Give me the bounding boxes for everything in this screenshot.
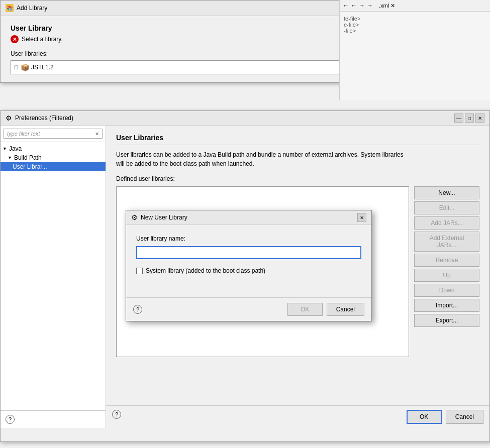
new-lib-help-icon[interactable]: ?: [133, 305, 142, 314]
prefs-footer-help-icon[interactable]: ?: [112, 410, 121, 419]
libs-buttons: New... Edit... Add JARs... Add External …: [414, 186, 479, 357]
editor-background: ← ← → → .xml ✕ te-file> e-file> -file>: [339, 0, 490, 100]
add-library-icon: 📚: [6, 4, 14, 12]
add-jars-button[interactable]: Add JARs...: [414, 216, 479, 230]
back2-icon[interactable]: ←: [351, 2, 357, 9]
filter-clear-icon[interactable]: ✕: [95, 131, 99, 137]
prefs-minimize[interactable]: —: [454, 114, 463, 123]
new-lib-content: User library name: System library (added…: [126, 225, 371, 297]
new-lib-footer-buttons: OK Cancel: [287, 303, 364, 316]
import-button[interactable]: Import...: [414, 299, 479, 312]
system-lib-checkbox[interactable]: [136, 268, 143, 274]
forward2-icon[interactable]: →: [367, 2, 373, 9]
error-icon: ✕: [11, 35, 19, 43]
lib-icon-row: ☐ 📦 JSTL1.2: [14, 63, 54, 71]
forward-icon[interactable]: →: [359, 2, 365, 9]
lib-list[interactable]: ☐ 📦 JSTL1.2: [11, 60, 364, 74]
prefs-ok-button[interactable]: OK: [407, 410, 442, 424]
filter-placeholder: type filter text: [7, 131, 40, 137]
new-lib-title-left: ⚙ New User Library: [131, 213, 187, 221]
lib-entry-text: JSTL1.2: [31, 64, 54, 71]
prefs-dialog-title: Preferences (Filtered): [15, 115, 73, 122]
system-lib-label: System library (added to the boot class …: [146, 267, 265, 274]
filter-input-container[interactable]: type filter text ✕: [4, 129, 103, 139]
prefs-bottom: ?: [1, 410, 106, 428]
new-lib-dialog-title: New User Library: [141, 214, 187, 221]
tree-item-buildpath[interactable]: ▼ Build Path: [1, 153, 106, 162]
remove-button[interactable]: Remove: [414, 254, 479, 267]
new-lib-cancel-button[interactable]: Cancel: [327, 303, 364, 316]
prefs-maximize[interactable]: □: [465, 114, 474, 123]
buildpath-chevron-icon: ▼: [8, 155, 12, 160]
system-lib-row: System library (added to the boot class …: [136, 267, 361, 274]
new-lib-titlebar: ⚙ New User Library ✕: [126, 210, 371, 225]
up-button[interactable]: Up: [414, 269, 479, 282]
back-icon[interactable]: ←: [343, 2, 349, 9]
editor-toolbar: ← ← → → .xml ✕: [340, 0, 490, 12]
sidebar-help-icon[interactable]: ?: [6, 415, 15, 424]
defined-label: Defined user libraries:: [116, 175, 479, 182]
export-button[interactable]: Export...: [414, 314, 479, 327]
tree-java-label: Java: [9, 145, 22, 152]
prefs-footer: ? OK Cancel: [106, 405, 489, 428]
prefs-titlebar-left: ⚙ Preferences (Filtered): [6, 114, 73, 122]
new-lib-close-button[interactable]: ✕: [357, 213, 366, 222]
new-button[interactable]: New...: [414, 186, 479, 199]
tree-area: ▼ Java ▼ Build Path User Librar...: [1, 142, 106, 410]
editor-content: te-file> e-file> -file>: [340, 12, 490, 38]
tree-item-userlibraries[interactable]: User Librar...: [1, 162, 106, 171]
filter-box: type filter text ✕: [1, 126, 106, 142]
add-library-subtitle-text: Select a library.: [22, 36, 63, 43]
new-lib-ok-button[interactable]: OK: [287, 303, 323, 316]
tree-item-java[interactable]: ▼ Java: [1, 144, 106, 153]
prefs-close[interactable]: ✕: [475, 114, 484, 123]
java-chevron-icon: ▼: [3, 146, 7, 151]
prefs-section-title: User Libraries: [116, 134, 479, 145]
tree-userlib-label: User Librar...: [13, 163, 47, 170]
new-user-library-dialog: ⚙ New User Library ✕ User library name: …: [126, 210, 372, 321]
prefs-titlebar: ⚙ Preferences (Filtered) — □ ✕: [1, 111, 489, 126]
add-external-jars-button[interactable]: Add External JARs...: [414, 232, 479, 252]
new-lib-footer: ? OK Cancel: [126, 297, 371, 321]
prefs-titlebar-controls: — □ ✕: [454, 114, 484, 123]
prefs-cancel-button[interactable]: Cancel: [446, 410, 483, 424]
prefs-sidebar: type filter text ✕ ▼ Java ▼ Build Path U…: [1, 126, 106, 428]
editor-tab-xml[interactable]: .xml ✕: [379, 3, 395, 9]
down-button[interactable]: Down: [414, 284, 479, 297]
lib-name-label: User library name:: [136, 235, 361, 242]
lib-name-input[interactable]: [136, 246, 361, 259]
prefs-description: User libraries can be added to a Java Bu…: [116, 150, 408, 168]
edit-button[interactable]: Edit...: [414, 201, 479, 214]
add-library-title: Add Library: [17, 5, 47, 12]
tree-buildpath-label: Build Path: [14, 154, 42, 161]
